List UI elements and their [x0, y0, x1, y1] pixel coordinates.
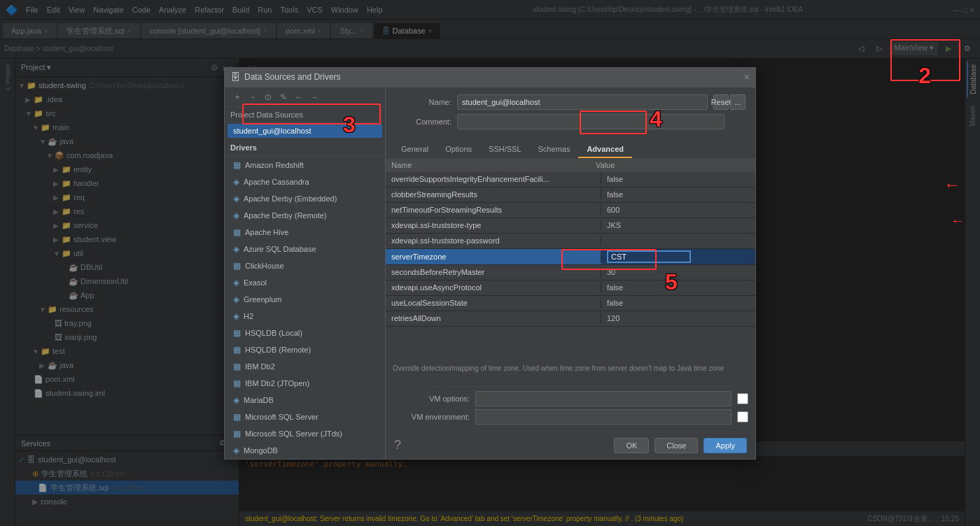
driver-exasol[interactable]: ◈ Exasol — [225, 274, 385, 291]
modal-overlay: 🗄 Data Sources and Drivers × + − ⊙ ✎ ← →… — [0, 0, 980, 526]
advanced-table: Name Value overrideSupportsIntegrityEnha… — [386, 159, 755, 358]
vm-options-row: VM options: — [393, 391, 748, 406]
comment-input[interactable] — [457, 114, 724, 129]
close-btn[interactable]: Close — [654, 438, 698, 453]
driver-icon: ▦ — [233, 261, 241, 271]
tab-advanced[interactable]: Advanced — [578, 141, 632, 158]
adv-row-9[interactable]: retriesAllDown 120 — [386, 311, 755, 327]
adv-row-1[interactable]: clobberStreamingResults false — [386, 187, 755, 203]
servertimezone-input[interactable] — [607, 250, 691, 263]
adv-cell-name: xdevapi.useAsyncProtocol — [386, 282, 601, 293]
arrow-annotation-1: ← — [951, 213, 965, 229]
adv-row-6[interactable]: secondsBeforeRetryMaster 30 — [386, 265, 755, 280]
tab-options[interactable]: Options — [437, 141, 480, 158]
driver-apache-derby-remote[interactable]: ◈ Apache Derby (Remote) — [225, 207, 385, 224]
adv-row-servertimezone[interactable]: serverTimezone — [386, 249, 755, 265]
tab-ssh-ssl[interactable]: SSH/SSL — [480, 141, 529, 158]
adv-row-0[interactable]: overrideSupportsIntegrityEnhancementFaci… — [386, 172, 755, 187]
name-input[interactable] — [457, 94, 708, 110]
driver-icon: ◈ — [233, 311, 239, 321]
driver-icon: ▦ — [233, 328, 241, 338]
tab-general[interactable]: General — [393, 141, 437, 158]
adv-cell-name: clobberStreamingResults — [386, 189, 601, 200]
vm-env-checkbox[interactable] — [737, 411, 748, 422]
driver-apache-derby-embedded[interactable]: ◈ Apache Derby (Embedded) — [225, 190, 385, 207]
adv-cell-name: netTimeoutForStreamingResults — [386, 204, 601, 215]
reset-btn[interactable]: Reset — [713, 94, 729, 110]
comment-row: Comment: — [396, 114, 746, 129]
driver-name: ClickHouse — [245, 262, 284, 270]
vm-options-checkbox[interactable] — [737, 393, 748, 404]
driver-h2[interactable]: ◈ H2 — [225, 308, 385, 325]
driver-name: H2 — [244, 312, 253, 320]
name-browse-btn[interactable]: ... — [730, 94, 746, 110]
adv-row-7[interactable]: xdevapi.useAsyncProtocol false — [386, 280, 755, 296]
name-row: Name: Reset ... — [396, 94, 746, 110]
driver-icon: ▦ — [233, 412, 241, 422]
driver-name: IBM Db2 — [245, 362, 275, 371]
adv-cell-name: useLocalSessionState — [386, 297, 601, 308]
data-sources-modal: 🗄 Data Sources and Drivers × + − ⊙ ✎ ← →… — [224, 67, 756, 460]
selected-datasource[interactable]: student_gui@localhost — [227, 124, 382, 138]
driver-clickhouse[interactable]: ▦ ClickHouse — [225, 257, 385, 274]
modal-footer: ? OK Close Apply — [386, 432, 755, 459]
adv-cell-name-servertimezone: serverTimezone — [386, 251, 601, 262]
driver-icon: ◈ — [233, 211, 239, 220]
ok-btn[interactable]: OK — [614, 438, 649, 453]
modal-db-icon: 🗄 — [230, 71, 240, 83]
adv-row-2[interactable]: netTimeoutForStreamingResults 600 — [386, 203, 755, 218]
modal-left-toolbar: + − ⊙ ✎ ← → — [225, 87, 385, 108]
name-label: Name: — [396, 98, 451, 106]
modal-right-panel: Name: Reset ... Comment: General Options — [386, 68, 755, 459]
driver-name: MongoDB — [244, 446, 278, 455]
driver-name: MariaDB — [244, 396, 274, 404]
duplicate-datasource-btn[interactable]: ⊙ — [261, 90, 275, 104]
driver-azure-sql[interactable]: ◈ Azure SQL Database — [225, 241, 385, 257]
driver-name: Apache Derby (Remote) — [244, 211, 327, 220]
tab-schemas[interactable]: Schemas — [530, 141, 579, 158]
adv-cell-value: false — [601, 173, 755, 185]
adv-cell-value-servertimezone[interactable] — [601, 249, 755, 264]
help-btn[interactable]: ? — [394, 438, 401, 453]
col-value-header: Value — [596, 161, 750, 169]
adv-row-3[interactable]: xdevapi.ssl-truststore-type JKS — [386, 218, 755, 234]
adv-row-8[interactable]: useLocalSessionState false — [386, 296, 755, 311]
adv-cell-name: xdevapi.ssl-truststore-password — [386, 235, 601, 246]
adv-cell-value: false — [601, 189, 755, 200]
remove-datasource-btn[interactable]: − — [246, 90, 260, 104]
add-datasource-btn[interactable]: + — [230, 90, 244, 104]
driver-name: Exasol — [244, 278, 267, 287]
driver-greenplum[interactable]: ◈ Greenplum — [225, 291, 385, 308]
vm-env-row: VM environment: — [393, 409, 748, 425]
driver-apache-hive[interactable]: ▦ Apache Hive — [225, 224, 385, 241]
project-datasources-header: Project Data Sources — [225, 108, 385, 122]
adv-cell-value: 120 — [601, 313, 755, 324]
adv-cell-value: false — [601, 297, 755, 308]
driver-icon: ▦ — [233, 227, 241, 237]
apply-btn[interactable]: Apply — [704, 438, 747, 453]
adv-cell-value: JKS — [601, 220, 755, 231]
nav-back-btn[interactable]: ← — [292, 90, 306, 104]
vm-options-input[interactable] — [475, 391, 732, 406]
driver-hsqldb-remote[interactable]: ▦ HSQLDB (Remote) — [225, 341, 385, 358]
driver-apache-cassandra[interactable]: ◈ Apache Cassandra — [225, 173, 385, 190]
vm-env-input[interactable] — [475, 409, 732, 425]
adv-row-4[interactable]: xdevapi.ssl-truststore-password — [386, 234, 755, 249]
driver-ibm-db2[interactable]: ▦ IBM Db2 — [225, 358, 385, 375]
driver-mariadb[interactable]: ◈ MariaDB — [225, 392, 385, 408]
driver-mssql-jtds[interactable]: ▦ Microsoft SQL Server (JTds) — [225, 425, 385, 442]
driver-hsqldb-local[interactable]: ▦ HSQLDB (Local) — [225, 325, 385, 341]
driver-ibm-db2-jtopen[interactable]: ▦ IBM Db2 (JTOpen) — [225, 375, 385, 392]
driver-list: ▦ Amazon Redshift ◈ Apache Cassandra ◈ A… — [225, 157, 385, 459]
driver-icon: ◈ — [233, 194, 239, 204]
driver-mssql[interactable]: ▦ Microsoft SQL Server — [225, 408, 385, 425]
driver-name: HSQLDB (Remote) — [245, 346, 311, 354]
driver-mongodb[interactable]: ◈ MongoDB — [225, 442, 385, 459]
nav-fwd-btn[interactable]: → — [307, 90, 321, 104]
driver-name: Apache Cassandra — [244, 178, 309, 186]
driver-icon: ▦ — [233, 160, 241, 170]
adv-cell-name: retriesAllDown — [386, 313, 601, 324]
driver-amazon-redshift[interactable]: ▦ Amazon Redshift — [225, 157, 385, 173]
modal-close-btn[interactable]: × — [744, 71, 750, 83]
edit-datasource-btn[interactable]: ✎ — [276, 90, 290, 104]
